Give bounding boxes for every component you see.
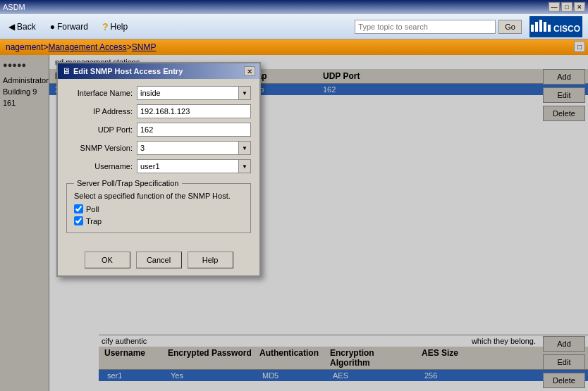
forward-arrow-icon: ● — [50, 22, 55, 32]
modal-close-button[interactable]: ✕ — [244, 66, 255, 76]
help-label: Help — [111, 22, 128, 32]
interface-name-select[interactable]: inside outside management — [137, 86, 251, 100]
svg-rect-4 — [544, 22, 546, 32]
help-dialog-button[interactable]: Help — [188, 252, 233, 268]
poll-checkbox-row: Poll — [74, 204, 243, 213]
forward-button[interactable]: ● Forward — [46, 20, 92, 33]
breadcrumb-sep2: > — [127, 42, 132, 52]
modal-title: Edit SNMP Host Access Entry — [73, 67, 183, 75]
udp-port-row: UDP Port: — [66, 123, 251, 137]
snmp-version-row: SNMP Version: 1 2c 3 ▼ — [66, 141, 251, 155]
cancel-button[interactable]: Cancel — [136, 252, 182, 268]
forward-label: Forward — [57, 22, 88, 32]
cisco-logo: CISCO — [527, 15, 584, 38]
title-bar: ASDM — □ ✕ — [0, 0, 588, 14]
breadcrumb-part1: nagement — [6, 42, 43, 52]
minimize-button[interactable]: — — [549, 2, 560, 12]
modal-titlebar: 🖥 Edit SNMP Host Access Entry ✕ — [58, 63, 259, 79]
svg-text:CISCO: CISCO — [553, 24, 580, 34]
interface-name-wrapper: inside outside management ▼ — [137, 86, 251, 100]
username-wrapper: user1 user2 ▼ — [137, 159, 251, 173]
toolbar: ◀ Back ● Forward ? Help Go CISCO — [0, 14, 588, 39]
edit-snmp-dialog: 🖥 Edit SNMP Host Access Entry ✕ Interfac… — [56, 62, 261, 277]
poll-checkbox[interactable] — [74, 204, 83, 213]
help-button[interactable]: ? Help — [98, 20, 132, 34]
poll-label: Poll — [86, 205, 99, 213]
breadcrumb-management-access[interactable]: Management Access — [48, 42, 126, 52]
svg-rect-2 — [535, 22, 538, 32]
app-title: ASDM — [3, 3, 25, 11]
breadcrumb-sep1: > — [43, 42, 48, 52]
interface-name-row: Interface Name: inside outside managemen… — [66, 86, 251, 100]
back-label: Back — [17, 22, 36, 32]
snmp-icon: 🖥 — [62, 66, 71, 76]
svg-rect-3 — [539, 20, 542, 32]
close-button[interactable]: ✕ — [574, 2, 585, 12]
ip-address-row: IP Address: — [66, 104, 251, 118]
breadcrumb-close-button[interactable]: □ — [574, 41, 585, 52]
window-controls: — □ ✕ — [549, 2, 585, 12]
breadcrumb-snmp[interactable]: SNMP — [132, 42, 157, 52]
fieldset-description: Select a specified function of the SNMP … — [74, 192, 243, 200]
main-content: ●●●●● Administrator Building 9 161 nd ma… — [0, 55, 588, 391]
trap-label: Trap — [86, 217, 102, 225]
search-input[interactable] — [355, 20, 496, 34]
svg-rect-1 — [531, 25, 534, 32]
poll-trap-fieldset: Server Poll/Trap Specification Select a … — [66, 179, 251, 233]
modal-body: Interface Name: inside outside managemen… — [58, 79, 259, 246]
back-arrow-icon: ◀ — [8, 22, 15, 32]
snmp-version-select[interactable]: 1 2c 3 — [137, 141, 251, 155]
username-row: Username: user1 user2 ▼ — [66, 159, 251, 173]
snmp-version-wrapper: 1 2c 3 ▼ — [137, 141, 251, 155]
modal-overlay: 🖥 Edit SNMP Host Access Entry ✕ Interfac… — [0, 55, 588, 391]
ok-button[interactable]: OK — [85, 252, 130, 268]
help-icon: ? — [102, 21, 109, 32]
svg-rect-5 — [548, 25, 551, 32]
trap-checkbox[interactable] — [74, 216, 83, 225]
maximize-button[interactable]: □ — [561, 2, 572, 12]
trap-checkbox-row: Trap — [74, 216, 243, 225]
username-label: Username: — [66, 162, 137, 170]
search-button[interactable]: Go — [498, 20, 522, 34]
modal-footer: OK Cancel Help — [58, 246, 259, 275]
ip-address-label: IP Address: — [66, 107, 137, 116]
search-area: Go — [355, 20, 522, 34]
ip-address-input[interactable] — [137, 104, 251, 118]
username-select[interactable]: user1 user2 — [137, 159, 251, 173]
interface-name-label: Interface Name: — [66, 89, 137, 97]
udp-port-input[interactable] — [137, 123, 251, 137]
fieldset-legend: Server Poll/Trap Specification — [74, 179, 182, 187]
udp-port-label: UDP Port: — [66, 125, 137, 134]
snmp-version-label: SNMP Version: — [66, 144, 137, 152]
breadcrumb: nagement > Management Access > SNMP □ — [0, 39, 588, 55]
back-button[interactable]: ◀ Back — [4, 20, 40, 33]
